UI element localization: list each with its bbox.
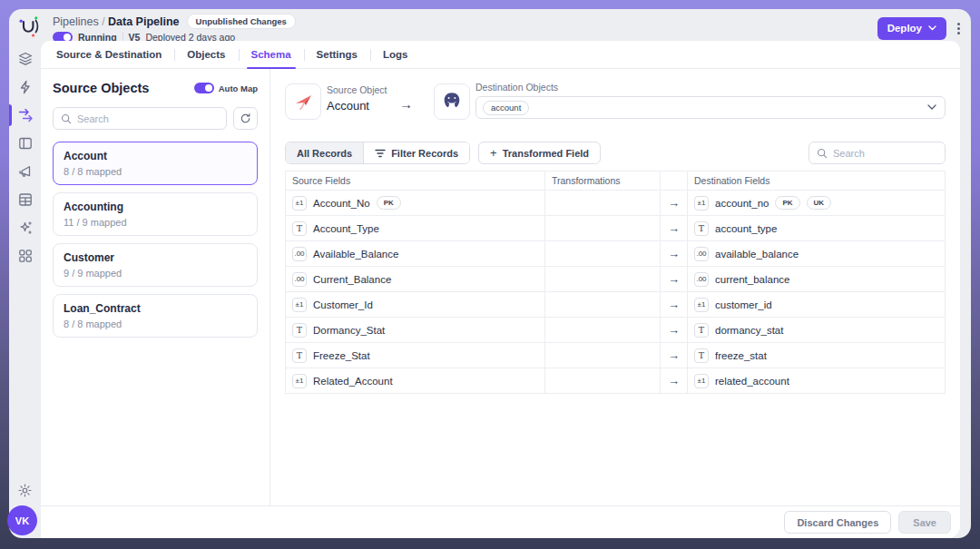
table-row: .00 Available_Balance → .00 available_ba… — [286, 241, 945, 267]
destination-objects-select[interactable]: account — [475, 96, 946, 119]
auto-map-toggle[interactable] — [194, 83, 214, 93]
destination-field-cell[interactable]: T account_type — [687, 216, 945, 241]
destination-field-cell[interactable]: .00 current_balance — [687, 267, 945, 292]
field-type-icon: T — [694, 221, 709, 236]
table-row: T Dormancy_Stat → T dormancy_stat — [286, 318, 945, 343]
transformation-cell[interactable] — [544, 318, 660, 343]
field-type-icon: ±1 — [292, 196, 307, 211]
source-field-cell[interactable]: ±1 Related_Account — [286, 368, 544, 394]
transformation-cell[interactable] — [544, 191, 660, 216]
tab-schema[interactable]: Schema — [239, 41, 304, 68]
schema-mapping-area: Source Object Account → Destination Obje… — [285, 69, 946, 505]
nav-rail — [9, 44, 41, 538]
destination-field-cell[interactable]: .00 available_balance — [687, 241, 945, 267]
field-type-icon: T — [292, 348, 307, 363]
main-card: Source & DestinationObjectsSchemaSetting… — [41, 41, 960, 538]
plus-icon: + — [490, 146, 497, 160]
source-objects-panel: Source Objects Auto Map Search Account8 … — [41, 69, 270, 505]
breadcrumb[interactable]: Pipelines / Data Pipeline — [53, 15, 180, 28]
tab-logs[interactable]: Logs — [370, 41, 420, 68]
all-records-button[interactable]: All Records — [286, 142, 363, 163]
records-segmented-control: All Records Filter Records — [285, 142, 470, 164]
source-object-item[interactable]: Account8 / 8 mapped — [53, 142, 258, 185]
field-type-icon: T — [292, 323, 307, 338]
source-field-cell[interactable]: .00 Available_Balance — [286, 241, 544, 267]
card-footer: Discard Changes Save — [41, 505, 960, 538]
destination-field-cell[interactable]: ±1 account_no PKUK — [687, 191, 945, 216]
filter-icon — [375, 149, 386, 158]
table-row: ±1 Customer_Id → ±1 customer_id — [286, 292, 945, 318]
tab-settings[interactable]: Settings — [304, 41, 370, 68]
source-object-item-name: Account — [64, 150, 247, 162]
destination-fields-column-header: Destination Fields — [687, 172, 945, 191]
deploy-button[interactable]: Deploy — [877, 17, 946, 40]
table-row: .00 Current_Balance → .00 current_balanc… — [286, 267, 945, 292]
source-field-cell[interactable]: ±1 Account_No PK — [286, 191, 544, 216]
add-transformed-field-button[interactable]: + Transformed Field — [478, 142, 601, 164]
source-object-item-name: Accounting — [64, 201, 247, 213]
tab-objects[interactable]: Objects — [174, 41, 238, 68]
field-type-icon: .00 — [694, 272, 709, 287]
table-icon[interactable] — [9, 191, 41, 208]
table-row: ±1 Related_Account → ±1 related_account — [286, 368, 945, 394]
destination-objects-label: Destination Objects — [475, 82, 946, 93]
source-objects-list: Account8 / 8 mappedAccounting11 / 9 mapp… — [53, 142, 258, 338]
destination-field-cell[interactable]: T freeze_stat — [687, 343, 945, 368]
map-arrow-icon: → — [660, 216, 687, 241]
transformation-cell[interactable] — [544, 292, 660, 318]
transformation-cell[interactable] — [544, 241, 660, 267]
map-arrow-icon: → — [660, 343, 687, 368]
more-options-button[interactable] — [957, 23, 960, 34]
settings-icon[interactable] — [9, 483, 41, 498]
map-arrow-icon: → — [660, 267, 687, 292]
pk-key-badge: PK — [775, 196, 799, 210]
pipeline-icon[interactable] — [9, 107, 41, 123]
destination-connector-icon — [434, 83, 470, 120]
apps-icon[interactable] — [9, 248, 41, 264]
source-field-cell[interactable]: T Account_Type — [286, 216, 544, 241]
filter-records-button[interactable]: Filter Records — [363, 142, 469, 163]
megaphone-icon[interactable] — [9, 163, 41, 180]
transformation-cell[interactable] — [544, 343, 660, 368]
tab-source-destination[interactable]: Source & Destination — [44, 41, 174, 68]
source-object-label: Source Object — [327, 84, 387, 95]
table-header: Source Fields Transformations Destinatio… — [286, 172, 945, 191]
source-field-cell[interactable]: T Freeze_Stat — [286, 343, 544, 368]
source-field-cell[interactable]: ±1 Customer_Id — [286, 292, 544, 318]
pk-key-badge: PK — [377, 196, 401, 210]
field-type-icon: ±1 — [694, 196, 709, 211]
sparkles-icon[interactable] — [9, 220, 41, 236]
destination-object-tag: account — [483, 101, 529, 115]
map-arrow-icon: → — [660, 191, 687, 216]
source-object-item[interactable]: Accounting11 / 9 mapped — [53, 192, 258, 236]
arrow-column-header — [660, 172, 687, 191]
source-object-item[interactable]: Loan_Contract8 / 8 mapped — [53, 294, 258, 338]
discard-changes-button[interactable]: Discard Changes — [784, 511, 891, 534]
source-objects-search-input[interactable]: Search — [53, 107, 227, 130]
destination-field-cell[interactable]: ±1 related_account — [687, 368, 945, 394]
transformation-cell[interactable] — [544, 267, 660, 292]
fields-search-input[interactable]: Search — [808, 142, 946, 164]
field-mapping-table: Source Fields Transformations Destinatio… — [285, 171, 946, 394]
transformation-cell[interactable] — [544, 368, 660, 394]
auto-map-label: Auto Map — [219, 83, 258, 93]
top-header: Pipelines / Data Pipeline Unpublished Ch… — [9, 9, 971, 41]
destination-field-cell[interactable]: T dormancy_stat — [687, 318, 945, 343]
source-object-item-mapped-count: 9 / 9 mapped — [64, 268, 247, 279]
panel-title: Source Objects — [53, 81, 149, 95]
source-object-item-mapped-count: 8 / 8 mapped — [64, 166, 247, 177]
source-object-item-name: Customer — [64, 251, 247, 264]
user-avatar[interactable]: VK — [7, 505, 37, 535]
source-field-cell[interactable]: .00 Current_Balance — [286, 267, 544, 292]
zap-icon[interactable] — [9, 79, 41, 95]
source-object-item[interactable]: Customer9 / 9 mapped — [53, 243, 258, 287]
search-icon — [817, 148, 828, 159]
transformation-cell[interactable] — [544, 216, 660, 241]
stack-icon[interactable] — [9, 51, 41, 67]
save-button[interactable]: Save — [898, 511, 951, 534]
layout-icon[interactable] — [9, 135, 41, 152]
refresh-button[interactable] — [233, 107, 258, 130]
destination-field-cell[interactable]: ±1 customer_id — [687, 292, 945, 318]
source-field-cell[interactable]: T Dormancy_Stat — [286, 318, 544, 343]
table-row: ±1 Account_No PK → ±1 account_no PKUK — [286, 191, 945, 216]
